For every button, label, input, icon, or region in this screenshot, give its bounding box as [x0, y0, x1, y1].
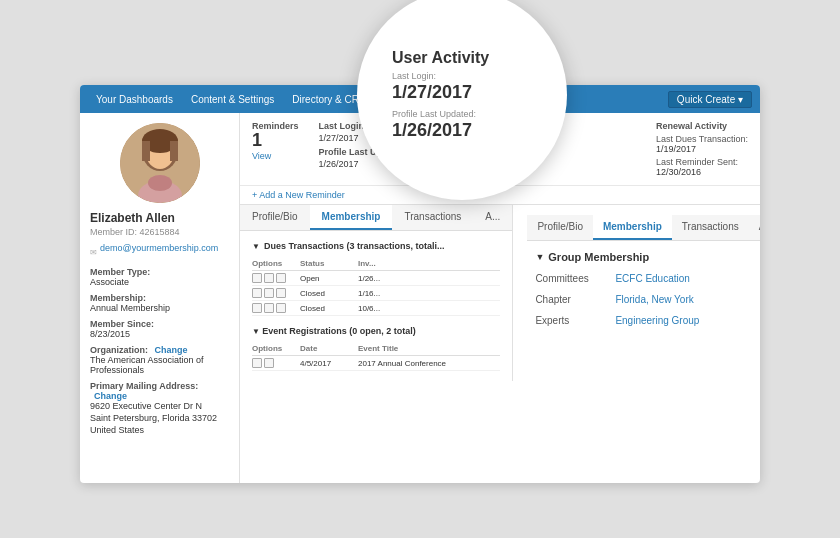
left-tabs-row: Profile/Bio Membership Transactions A... — [240, 205, 512, 231]
right-tabs-row: Profile/Bio Membership Transactions Acti… — [527, 215, 760, 241]
dues-section-title[interactable]: Dues Transactions (3 transactions, total… — [252, 241, 500, 251]
icon-sm-1[interactable] — [252, 273, 262, 283]
table-row: Open 1/26... — [252, 271, 500, 286]
left-sidebar: Elizabeth Allen Member ID: 42615884 ✉ de… — [80, 113, 240, 483]
table-row: Closed 10/6... — [252, 301, 500, 316]
reminders-count: 1 — [252, 131, 299, 151]
event-table-row: 4/5/2017 2017 Annual Conference — [252, 356, 500, 371]
gm-value-experts[interactable]: Engineering Group — [615, 315, 699, 326]
email-icon: ✉ — [90, 248, 97, 257]
member-type-label: Member Type: — [90, 267, 229, 277]
address-label: Primary Mailing Address: Change — [90, 381, 229, 401]
col-header-options: Options — [252, 259, 292, 268]
tab-profile-bio[interactable]: Profile/Bio — [240, 205, 310, 230]
event-row1-date: 4/5/2017 — [300, 359, 350, 368]
org-change-link[interactable]: Change — [155, 345, 188, 355]
left-tab-panel: Profile/Bio Membership Transactions A...… — [240, 205, 512, 381]
membership-label: Membership: — [90, 293, 229, 303]
icon-sm-7[interactable] — [252, 303, 262, 313]
icon-sm-10[interactable] — [252, 358, 262, 368]
tooltip-login-value: 1/27/2017 — [392, 82, 472, 103]
member-id: Member ID: 42615884 — [90, 227, 229, 237]
right-tab-transactions[interactable]: Transactions — [672, 215, 749, 240]
row1-options — [252, 273, 292, 283]
row2-options — [252, 288, 292, 298]
org-label: Organization: Change — [90, 345, 229, 355]
gm-row-experts: Experts Engineering Group — [535, 315, 760, 326]
org-value: The American Association of Professional… — [90, 355, 229, 375]
table-row: Closed 1/16... — [252, 286, 500, 301]
tooltip-updated-label: Profile Last Updated: — [392, 109, 476, 119]
event-col-options: Options — [252, 344, 292, 353]
gm-label-experts: Experts — [535, 315, 615, 326]
event-section-title[interactable]: Event Registrations (0 open, 2 total) — [252, 326, 500, 336]
col-header-inv: Inv... — [358, 259, 408, 268]
icon-sm-3[interactable] — [276, 273, 286, 283]
gm-label-chapter: Chapter — [535, 294, 615, 305]
member-since-label: Member Since: — [90, 319, 229, 329]
reminders-view-link[interactable]: View — [252, 151, 299, 161]
event-row1-options — [252, 358, 292, 368]
events-table-header: Options Date Event Title — [252, 342, 500, 356]
tab-membership[interactable]: Membership — [310, 205, 393, 230]
member-name: Elizabeth Allen — [90, 211, 229, 225]
tooltip-title: User Activity — [392, 49, 489, 67]
tab-transactions[interactable]: Transactions — [392, 205, 473, 230]
renewal-section: Renewal Activity Last Dues Transaction: … — [656, 121, 748, 177]
icon-sm-9[interactable] — [276, 303, 286, 313]
row1-inv: 1/26... — [358, 274, 408, 283]
icon-sm-4[interactable] — [252, 288, 262, 298]
address-line2: Saint Petersburg, Florida 33702 — [90, 413, 229, 423]
svg-rect-5 — [170, 141, 178, 161]
renewal-reminder-value: 12/30/2016 — [656, 167, 748, 177]
event-col-date: Date — [300, 344, 350, 353]
avatar-image — [120, 123, 200, 203]
row3-options — [252, 303, 292, 313]
icon-sm-6[interactable] — [276, 288, 286, 298]
right-tab-profile[interactable]: Profile/Bio — [527, 215, 593, 240]
address-line1: 9620 Executive Center Dr N — [90, 401, 229, 411]
dues-content: Dues Transactions (3 transactions, total… — [240, 231, 512, 381]
icon-sm-5[interactable] — [264, 288, 274, 298]
member-type-value: Associate — [90, 277, 229, 287]
tab-more[interactable]: A... — [473, 205, 512, 230]
renewal-reminder-label: Last Reminder Sent: — [656, 157, 748, 167]
nav-content[interactable]: Content & Settings — [183, 85, 282, 113]
gm-label-committees: Committees — [535, 273, 615, 284]
svg-rect-4 — [142, 141, 150, 161]
avatar — [120, 123, 200, 203]
group-membership-title: Group Membership — [535, 251, 760, 263]
address-change-link[interactable]: Change — [94, 391, 127, 401]
row3-status: Closed — [300, 304, 350, 313]
reminders-section: Reminders 1 View — [252, 121, 299, 161]
svg-point-7 — [148, 175, 172, 191]
membership-panel: Profile/Bio Membership Transactions Acti… — [512, 205, 760, 381]
address-line3: United States — [90, 425, 229, 435]
gm-value-committees[interactable]: ECFC Education — [615, 273, 689, 284]
icon-sm-8[interactable] — [264, 303, 274, 313]
quick-create-button[interactable]: Quick Create ▾ — [668, 91, 752, 108]
dues-table-header: Options Status Inv... — [252, 257, 500, 271]
membership-value: Annual Membership — [90, 303, 229, 313]
icon-sm-2[interactable] — [264, 273, 274, 283]
gm-row-chapter: Chapter Florida, New York — [535, 294, 760, 305]
event-col-title: Event Title — [358, 344, 500, 353]
renewal-trans-label: Last Dues Transaction: — [656, 134, 748, 144]
right-tab-membership[interactable]: Membership — [593, 215, 672, 240]
renewal-title: Renewal Activity — [656, 121, 748, 131]
add-reminder-link[interactable]: + Add a New Reminder — [252, 190, 345, 200]
right-tab-activity[interactable]: Activity Log — [749, 215, 760, 240]
gm-row-committees: Committees ECFC Education — [535, 273, 760, 284]
row2-status: Closed — [300, 289, 350, 298]
icon-sm-11[interactable] — [264, 358, 274, 368]
col-header-status: Status — [300, 259, 350, 268]
member-since-value: 8/23/2015 — [90, 329, 229, 339]
bottom-tabs-area: Profile/Bio Membership Transactions A...… — [240, 204, 760, 381]
tooltip-login-label: Last Login: — [392, 71, 436, 81]
tooltip-updated-value: 1/26/2017 — [392, 120, 472, 141]
gm-value-chapter[interactable]: Florida, New York — [615, 294, 693, 305]
row2-inv: 1/16... — [358, 289, 408, 298]
nav-dashboards[interactable]: Your Dashboards — [88, 85, 181, 113]
row1-status: Open — [300, 274, 350, 283]
member-email[interactable]: demo@yourmembership.com — [100, 243, 218, 253]
